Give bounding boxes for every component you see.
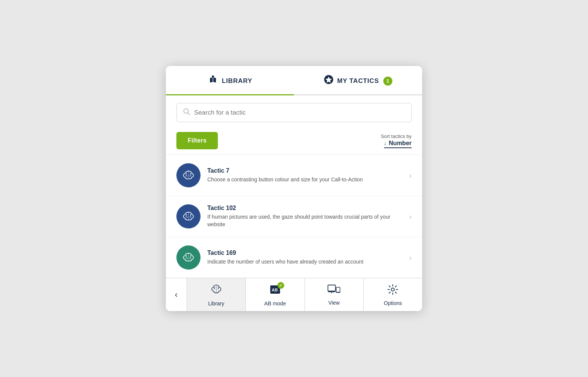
- tab-my-tactics-label: MY TACTICS: [337, 77, 379, 85]
- bottom-nav: ‹ Library AB ✓: [166, 278, 422, 311]
- tactic-icon-102: [176, 204, 201, 228]
- nav-back-button[interactable]: ‹: [166, 278, 187, 311]
- svg-rect-12: [336, 287, 340, 293]
- tactic-169-desc: Indicate the number of users who have al…: [207, 258, 399, 265]
- device-frame: LIBRARY MY TACTICS 1 Fil: [166, 66, 422, 311]
- tactic-list: Tactic 7 Choose a contrasting button col…: [166, 155, 422, 278]
- sort-value-text: Number: [389, 140, 412, 147]
- tactic-item-169[interactable]: Tactic 169 Indicate the number of users …: [166, 237, 422, 278]
- tactic-169-content: Tactic 169 Indicate the number of users …: [207, 250, 399, 265]
- filters-row: Filters Sort tactics by ↓ Number: [166, 126, 422, 155]
- tab-my-tactics[interactable]: MY TACTICS 1: [294, 66, 422, 94]
- search-input[interactable]: [194, 109, 405, 116]
- tactic-item-7[interactable]: Tactic 7 Choose a contrasting button col…: [166, 155, 422, 196]
- sort-area: Sort tactics by ↓ Number: [381, 133, 412, 148]
- svg-rect-9: [328, 285, 335, 291]
- sort-value[interactable]: ↓ Number: [384, 140, 412, 148]
- tactic-7-title: Tactic 7: [207, 167, 399, 174]
- nav-view-icon: [327, 284, 341, 297]
- tactic-102-content: Tactic 102 If human pictures are used, t…: [207, 205, 399, 228]
- search-icon: [183, 108, 190, 117]
- svg-text:AB: AB: [272, 288, 278, 292]
- tactic-7-chevron: ›: [409, 171, 412, 180]
- tactic-169-title: Tactic 169: [207, 250, 399, 256]
- tab-library[interactable]: LIBRARY: [166, 66, 294, 94]
- back-icon: ‹: [175, 290, 178, 300]
- tactic-7-desc: Choose a contrasting button colour and s…: [207, 176, 399, 183]
- tactic-169-chevron: ›: [409, 253, 412, 262]
- tactic-102-chevron: ›: [409, 212, 412, 221]
- tab-library-label: LIBRARY: [222, 77, 253, 85]
- svg-line-5: [188, 113, 190, 115]
- nav-item-library[interactable]: Library: [187, 278, 246, 311]
- search-box: [176, 103, 412, 122]
- nav-item-options[interactable]: Options: [364, 278, 422, 311]
- tactic-icon-7: [176, 163, 201, 187]
- ab-check-badge: ✓: [277, 282, 284, 289]
- tactic-7-content: Tactic 7 Choose a contrasting button col…: [207, 167, 399, 183]
- tactic-icon-169: [176, 245, 201, 270]
- sort-label: Sort tactics by: [381, 133, 412, 139]
- sort-arrow-icon: ↓: [384, 140, 387, 146]
- nav-item-ab-mode[interactable]: AB ✓ AB mode: [246, 278, 305, 311]
- tactic-102-desc: If human pictures are used, the gaze sho…: [207, 213, 399, 228]
- nav-ab-icon: AB ✓: [269, 284, 281, 298]
- filters-button[interactable]: Filters: [176, 132, 218, 149]
- nav-library-label: Library: [208, 300, 224, 307]
- search-area: [166, 95, 422, 126]
- library-icon: [208, 74, 218, 87]
- svg-point-14: [391, 288, 394, 291]
- nav-view-label: View: [328, 300, 340, 306]
- my-tactics-badge: 1: [383, 77, 392, 86]
- nav-library-icon: [210, 284, 222, 298]
- nav-options-icon: [387, 284, 398, 298]
- nav-item-view[interactable]: View: [305, 278, 364, 311]
- tactic-item-102[interactable]: Tactic 102 If human pictures are used, t…: [166, 196, 422, 237]
- svg-point-0: [212, 75, 214, 78]
- nav-ab-label: AB mode: [264, 300, 286, 307]
- nav-options-label: Options: [384, 300, 402, 306]
- star-icon: [324, 75, 334, 87]
- tactic-102-title: Tactic 102: [207, 205, 399, 211]
- tabs-container: LIBRARY MY TACTICS 1: [166, 66, 422, 95]
